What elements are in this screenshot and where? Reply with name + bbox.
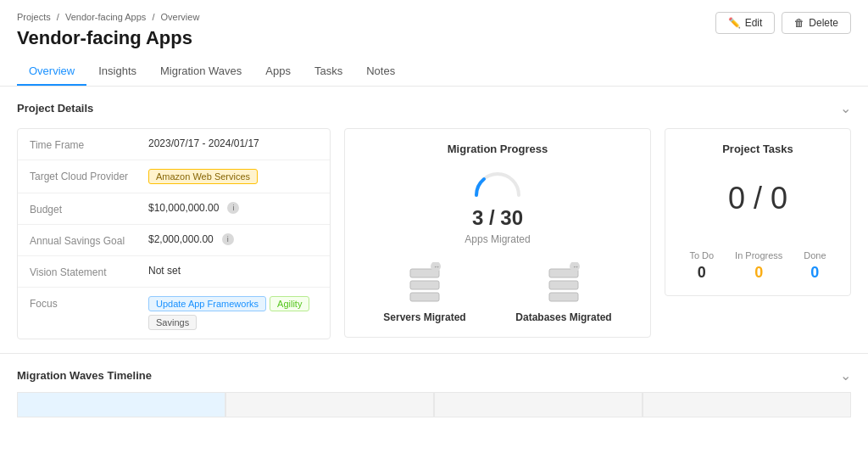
row-cloud-provider: Target Cloud Provider Amazon Web Service… <box>18 160 330 193</box>
tasks-inprogress-label: In Progress <box>735 250 782 260</box>
tasks-todo-value: 0 <box>689 264 714 282</box>
wave-cell-1 <box>17 392 225 417</box>
tasks-inprogress-value: 0 <box>735 264 782 282</box>
project-details-grid: Time Frame 2023/07/17 - 2024/01/17 Targe… <box>17 128 851 339</box>
waves-title: Migration Waves Timeline <box>17 369 152 382</box>
row-budget: Budget $10,000,000.00 i <box>18 193 330 225</box>
migration-progress-title: Migration Progress <box>359 143 637 155</box>
edit-button[interactable]: ✏️ Edit <box>715 12 776 34</box>
row-timeframe: Time Frame 2023/07/17 - 2024/01/17 <box>18 129 330 160</box>
nav-tabs: Overview Insights Migration Waves Apps T… <box>17 58 851 86</box>
wave-cell-2 <box>225 392 434 417</box>
edit-icon: ✏️ <box>728 17 741 29</box>
breadcrumb-overview: Overview <box>161 12 200 22</box>
progress-arc <box>472 165 523 199</box>
svg-rect-7 <box>549 293 578 301</box>
project-details-chevron[interactable]: ⌄ <box>840 100 851 116</box>
value-focus: Update App Frameworks Agility Savings <box>148 296 318 330</box>
databases-migrated-item: ↔ Databases Migrated <box>515 262 611 323</box>
tasks-breakdown: To Do 0 In Progress 0 Done 0 <box>679 250 837 282</box>
servers-migrated-label: Servers Migrated <box>383 311 465 323</box>
badge-aws: Amazon Web Services <box>148 169 258 184</box>
tab-tasks[interactable]: Tasks <box>303 58 354 86</box>
tab-overview[interactable]: Overview <box>17 58 86 86</box>
migration-progress-card: Migration Progress 3 / 30 Apps Migrated <box>344 128 651 338</box>
label-savings-goal: Annual Savings Goal <box>30 233 148 247</box>
project-tasks-title: Project Tasks <box>679 143 837 155</box>
progress-arc-svg <box>472 165 523 199</box>
apps-migrated-number: 3 / 30 <box>359 206 637 230</box>
project-tasks-card: Project Tasks 0 / 0 To Do 0 In Progress … <box>665 128 851 296</box>
delete-label: Delete <box>809 17 838 29</box>
migration-waves-section: Migration Waves Timeline ⌄ <box>0 353 868 417</box>
server-icon: ↔ <box>403 262 446 305</box>
svg-text:↔: ↔ <box>433 263 440 271</box>
waves-chevron[interactable]: ⌄ <box>840 367 851 384</box>
tab-notes[interactable]: Notes <box>354 58 407 86</box>
value-vision: Not set <box>148 265 318 277</box>
delete-button[interactable]: 🗑 Delete <box>782 12 851 34</box>
breadcrumb-vendor-apps[interactable]: Vendor-facing Apps <box>65 12 146 22</box>
tab-insights[interactable]: Insights <box>86 58 148 86</box>
edit-label: Edit <box>745 17 763 29</box>
databases-migrated-label: Databases Migrated <box>515 311 611 323</box>
tasks-todo-label: To Do <box>689 250 714 260</box>
savings-info-icon[interactable]: i <box>222 233 234 245</box>
budget-info-icon[interactable]: i <box>227 202 239 214</box>
value-cloud-provider: Amazon Web Services <box>148 169 318 184</box>
servers-migrated-item: ↔ Servers Migrated <box>383 262 465 323</box>
tasks-main-number: 0 / 0 <box>679 181 837 216</box>
waves-header: Migration Waves Timeline ⌄ <box>17 367 851 384</box>
value-savings-goal: $2,000,000.00 i <box>148 233 318 245</box>
label-cloud-provider: Target Cloud Provider <box>30 169 148 182</box>
migration-icons-row: ↔ Servers Migrated <box>359 262 637 323</box>
row-focus: Focus Update App Frameworks Agility Savi… <box>18 288 330 339</box>
tasks-todo-col: To Do 0 <box>689 250 714 282</box>
apps-current: 3 <box>472 206 483 229</box>
badge-update-frameworks: Update App Frameworks <box>148 296 266 311</box>
wave-cell-3 <box>434 392 643 417</box>
badge-savings: Savings <box>148 315 197 330</box>
label-focus: Focus <box>30 296 148 310</box>
delete-icon: 🗑 <box>794 17 804 29</box>
svg-rect-2 <box>410 293 439 301</box>
svg-text:↔: ↔ <box>572 263 579 271</box>
tasks-done-value: 0 <box>804 264 826 282</box>
tab-apps[interactable]: Apps <box>253 58 303 86</box>
value-timeframe: 2023/07/17 - 2024/01/17 <box>148 137 318 149</box>
label-vision: Vision Statement <box>30 265 148 278</box>
tasks-inprogress-col: In Progress 0 <box>735 250 782 282</box>
svg-rect-6 <box>549 281 578 289</box>
value-budget: $10,000,000.00 i <box>148 202 318 214</box>
apps-migrated-label: Apps Migrated <box>359 233 637 245</box>
project-details-section: Project Details ⌄ Time Frame 2023/07/17 … <box>0 87 868 353</box>
wave-cell-4 <box>643 392 851 417</box>
tasks-done-label: Done <box>804 250 826 260</box>
label-timeframe: Time Frame <box>30 137 148 151</box>
apps-migrated-section: 3 / 30 Apps Migrated <box>359 165 637 245</box>
apps-separator: / <box>489 206 500 229</box>
apps-total: 30 <box>500 206 523 229</box>
row-savings-goal: Annual Savings Goal $2,000,000.00 i <box>18 225 330 256</box>
project-details-title: Project Details <box>17 102 93 115</box>
waves-table-preview <box>17 392 851 417</box>
badge-agility: Agility <box>270 296 309 311</box>
tab-migration-waves[interactable]: Migration Waves <box>148 58 253 86</box>
tasks-done-col: Done 0 <box>804 250 826 282</box>
label-budget: Budget <box>30 202 148 216</box>
database-icon: ↔ <box>542 262 585 305</box>
row-vision: Vision Statement Not set <box>18 256 330 288</box>
svg-rect-1 <box>410 281 439 289</box>
breadcrumb-projects[interactable]: Projects <box>17 12 51 22</box>
details-table: Time Frame 2023/07/17 - 2024/01/17 Targe… <box>17 128 331 339</box>
